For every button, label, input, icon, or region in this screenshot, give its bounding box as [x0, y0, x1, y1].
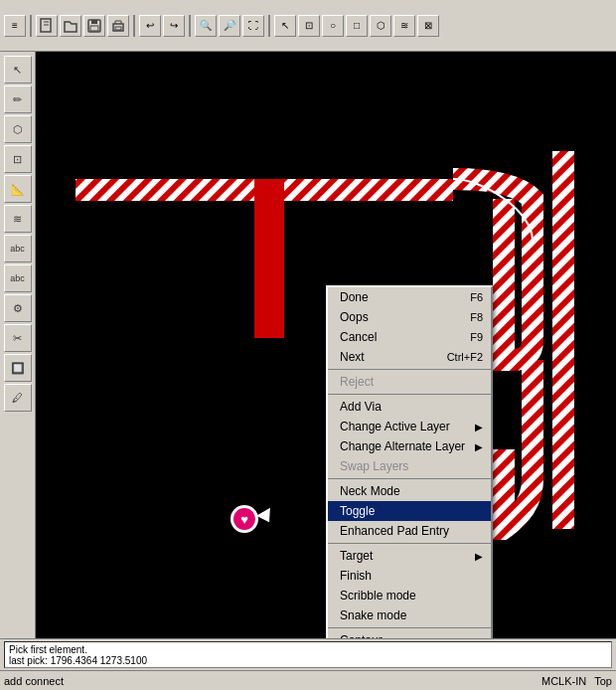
menu-item-cancel[interactable]: Cancel F9	[328, 327, 491, 347]
sidebar-btn-text1[interactable]: abc	[4, 235, 32, 262]
add-connect-label: add connect	[4, 675, 64, 687]
menu-item-enhanced-pad-entry[interactable]: Enhanced Pad Entry	[328, 521, 491, 541]
svg-rect-4	[91, 20, 97, 24]
menu-item-add-via[interactable]: Add Via	[328, 397, 491, 417]
sidebar-btn-settings[interactable]: ⚙	[4, 294, 32, 322]
svg-rect-14	[256, 179, 282, 338]
svg-rect-16	[552, 151, 574, 529]
toolbar-separator-2	[133, 15, 135, 37]
sidebar-btn-via[interactable]: ⊡	[4, 145, 32, 173]
sidebar-btn-box[interactable]: 🔲	[4, 354, 32, 382]
toolbar-btn-zoom-in[interactable]: 🔍	[195, 15, 217, 37]
menu-item-reject: Reject	[328, 372, 491, 392]
sidebar-btn-measure[interactable]: 📐	[4, 175, 32, 203]
toolbar-separator-4	[268, 15, 270, 37]
menu-item-swap-layers: Swap Layers	[328, 456, 491, 476]
left-sidebar: ↖ ✏ ⬡ ⊡ 📐 ≋ abc abc ⚙ ✂ 🔲 🖊	[0, 52, 36, 638]
toolbar-btn-zoom-out[interactable]: 🔎	[219, 15, 240, 37]
menu-item-oops[interactable]: Oops F8	[328, 307, 491, 327]
status-bottom-bar: add connect MCLK-IN Top	[0, 670, 616, 690]
command-line-3: last pick: 1796.4364 1273.7191	[9, 666, 607, 668]
menu-item-next[interactable]: Next Ctrl+F2	[328, 347, 491, 367]
context-menu: Done F6 Oops F8 Cancel F9 Next Ctrl+F2 R…	[326, 285, 493, 638]
toolbar-btn-save[interactable]	[83, 15, 105, 37]
command-area: Pick first element. last pick: 1796.4364…	[4, 641, 612, 668]
status-right-group: MCLK-IN Top	[541, 675, 612, 687]
toolbar-btn-undo[interactable]: ↩	[139, 15, 161, 37]
sidebar-btn-pencil[interactable]: ✏	[4, 86, 32, 113]
menu-item-contour[interactable]: Contour...	[328, 630, 491, 638]
menu-separator-5	[328, 627, 491, 628]
sidebar-btn-select[interactable]: ↖	[4, 56, 32, 84]
toolbar-btn-circle[interactable]: ○	[322, 15, 344, 37]
command-line-2: last pick: 1796.4364 1273.5100	[9, 655, 607, 666]
toolbar-separator-1	[30, 15, 32, 37]
toolbar-separator-3	[189, 15, 191, 37]
toolbar-btn-new[interactable]	[36, 15, 58, 37]
svg-rect-7	[115, 27, 121, 30]
toolbar-btn-redo[interactable]: ↪	[163, 15, 185, 37]
menu-separator-2	[328, 394, 491, 395]
svg-rect-12	[493, 199, 515, 360]
menu-item-change-alternate-layer[interactable]: Change Alternate Layer ▶	[328, 436, 491, 456]
menu-item-neck-mode[interactable]: Neck Mode	[328, 481, 491, 501]
toolbar-btn-fit[interactable]: ⛶	[242, 15, 264, 37]
sidebar-btn-cut[interactable]: ✂	[4, 324, 32, 352]
cursor-dot	[231, 505, 258, 533]
sidebar-btn-polygon[interactable]: ⬡	[4, 115, 32, 143]
menu-item-snake-mode[interactable]: Snake mode	[328, 605, 491, 625]
svg-rect-5	[90, 26, 98, 31]
toolbar-btn-hex[interactable]: ⬡	[370, 15, 391, 37]
menu-separator-1	[328, 369, 491, 370]
toolbar-btn-via[interactable]: ⊡	[298, 15, 320, 37]
sidebar-btn-route[interactable]: ≋	[4, 205, 32, 233]
menu-item-scribble-mode[interactable]: Scribble mode	[328, 586, 491, 605]
toolbar-btn-open[interactable]	[60, 15, 81, 37]
top-toolbar: ≡ ↩ ↪ 🔍 🔎 ⛶ ↖ ⊡ ○ □ ⬡ ≋ ⊠	[0, 0, 616, 52]
toolbar-btn-rect[interactable]: □	[346, 15, 368, 37]
toolbar-btn-print[interactable]	[107, 15, 129, 37]
menu-item-finish[interactable]: Finish	[328, 566, 491, 586]
toolbar-btn-menu[interactable]: ≡	[4, 15, 26, 37]
sidebar-btn-text2[interactable]: abc	[4, 264, 32, 292]
menu-item-toggle[interactable]: Toggle	[328, 501, 491, 521]
top-label: Top	[594, 675, 612, 687]
canvas-area: Done F6 Oops F8 Cancel F9 Next Ctrl+F2 R…	[36, 52, 616, 638]
toolbar-btn-pad[interactable]: ⊠	[417, 15, 439, 37]
toolbar-btn-select[interactable]: ↖	[274, 15, 296, 37]
toolbar-btn-route[interactable]: ≋	[393, 15, 415, 37]
command-line-1: Pick first element.	[9, 644, 607, 655]
sidebar-btn-pen[interactable]: 🖊	[4, 384, 32, 412]
mclk-in-label: MCLK-IN	[541, 675, 586, 687]
bottom-status: Pick first element. last pick: 1796.4364…	[0, 638, 616, 690]
menu-item-done[interactable]: Done F6	[328, 287, 491, 307]
menu-separator-3	[328, 478, 491, 479]
svg-rect-15	[493, 449, 515, 529]
menu-item-change-active-layer[interactable]: Change Active Layer ▶	[328, 417, 491, 436]
menu-separator-4	[328, 543, 491, 544]
menu-item-target[interactable]: Target ▶	[328, 546, 491, 566]
